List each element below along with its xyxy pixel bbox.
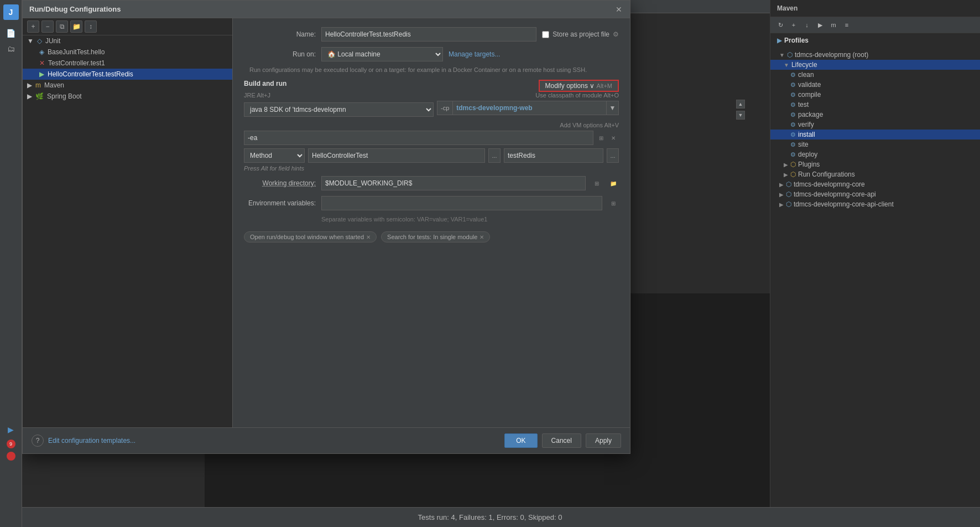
name-input[interactable] bbox=[321, 27, 536, 42]
method-browse-btn[interactable]: ... bbox=[607, 148, 619, 163]
env-vars-expand-btn[interactable]: ⊞ bbox=[608, 198, 619, 209]
maven-plugins-node[interactable]: ▶ ⬡ Plugins bbox=[770, 159, 980, 169]
maven-clean[interactable]: ⚙ clean bbox=[770, 70, 980, 80]
vm-close-btn[interactable]: ✕ bbox=[608, 132, 619, 143]
run-on-select[interactable]: 🏠 Local machine bbox=[321, 47, 443, 61]
help-button[interactable]: ? bbox=[32, 435, 44, 447]
method-name-input[interactable] bbox=[504, 148, 603, 163]
tag-search-for-tests-close[interactable]: ✕ bbox=[479, 234, 484, 240]
maven-site[interactable]: ⚙ site bbox=[770, 140, 980, 149]
vm-expand-btn[interactable]: ⊞ bbox=[596, 132, 607, 143]
maven-core-api-node[interactable]: ▶ ⬡ tdmcs-developmng-core-api bbox=[770, 189, 980, 199]
maven-validate[interactable]: ⚙ validate bbox=[770, 80, 980, 90]
run-button[interactable]: ▶ bbox=[4, 423, 18, 436]
tag-search-for-tests: Search for tests: In single module ✕ bbox=[381, 231, 490, 242]
sidebar-file-btn[interactable]: 📄 bbox=[4, 27, 18, 40]
tag-open-run-debug-close[interactable]: ✕ bbox=[366, 234, 371, 240]
dialog-springboot-group[interactable]: ▶ 🌿 Spring Boot bbox=[23, 91, 232, 102]
modify-options-button[interactable]: Modify options ∨ Alt+M bbox=[539, 80, 619, 92]
status-bar-text: Tests run: 4, Failures: 1, Errors: 0, Sk… bbox=[418, 513, 562, 521]
apply-button[interactable]: Apply bbox=[586, 433, 621, 448]
tag-open-run-debug-label: Open run/debug tool window when started bbox=[250, 234, 364, 240]
scroll-up-btn[interactable]: ▲ bbox=[736, 100, 745, 108]
maven-skip-btn[interactable]: m bbox=[828, 19, 839, 30]
maven-download-btn[interactable]: ↓ bbox=[801, 19, 812, 30]
modify-options-shortcut: Alt+M bbox=[597, 82, 612, 89]
working-dir-browse-btn[interactable]: 📁 bbox=[608, 178, 619, 189]
basejunit-label: BaseJunitTest.hello bbox=[48, 48, 105, 56]
sidebar-folder-btn[interactable]: 🗂 bbox=[4, 42, 18, 55]
cancel-button[interactable]: Cancel bbox=[542, 433, 581, 448]
store-as-project-file-checkbox[interactable] bbox=[542, 31, 549, 38]
springboot-icon: 🌿 bbox=[35, 92, 44, 100]
maven-install[interactable]: ⚙ install bbox=[770, 130, 980, 140]
run-configurations-label: Run Configurations bbox=[798, 170, 855, 178]
maven-run-configs-node[interactable]: ▶ ⬡ Run Configurations bbox=[770, 169, 980, 179]
working-dir-macro-btn[interactable]: ⊞ bbox=[591, 178, 602, 189]
maven-lifecycle-node[interactable]: ▼ Lifecycle bbox=[770, 60, 980, 70]
dialog-basejunit-item[interactable]: ◈ BaseJunitTest.hello bbox=[23, 46, 232, 58]
scroll-down-btn[interactable]: ▼ bbox=[736, 111, 745, 120]
dialog-tree-folder-btn[interactable]: 📁 bbox=[70, 20, 82, 33]
profiles-expand-icon[interactable]: ▶ bbox=[777, 37, 782, 44]
maven-compile[interactable]: ⚙ compile bbox=[770, 90, 980, 100]
gear-icon-validate: ⚙ bbox=[790, 81, 796, 89]
dialog-tree-copy-btn[interactable]: ⧉ bbox=[56, 20, 68, 33]
add-vm-hint: Add VM options Alt+V bbox=[244, 122, 619, 128]
run-on-info-text: Run configurations may be executed local… bbox=[249, 66, 619, 74]
maven-run-btn[interactable]: ▶ bbox=[815, 19, 826, 30]
vm-options-input[interactable] bbox=[244, 131, 593, 145]
maven-refresh-btn[interactable]: ↻ bbox=[775, 19, 786, 30]
maven-root-node[interactable]: ▼ ⬡ tdmcs-developmng (root) bbox=[770, 50, 980, 60]
cp-row: -cp tdmcs-developmng-web ▼ bbox=[437, 101, 619, 115]
error-badge-2 bbox=[7, 452, 15, 461]
hellocontroller-icon: ▶ bbox=[39, 70, 44, 78]
maven-core-api-icon: ⬡ bbox=[786, 190, 791, 198]
hellocontroller-label: HelloControllerTest.testRedis bbox=[48, 70, 133, 78]
gear-icon-package: ⚙ bbox=[790, 111, 796, 118]
sdk-select[interactable]: java 8 SDK of 'tdmcs-developmn bbox=[244, 102, 434, 117]
maven-group-icon: m bbox=[35, 81, 41, 89]
maven-root-label: tdmcs-developmng (root) bbox=[795, 51, 868, 59]
maven-deploy-label: deploy bbox=[798, 151, 817, 158]
dialog-titlebar: Run/Debug Configurations ✕ bbox=[23, 1, 630, 18]
manage-targets-link[interactable]: Manage targets... bbox=[449, 50, 500, 58]
class-browse-btn[interactable]: ... bbox=[488, 148, 501, 163]
maven-deploy[interactable]: ⚙ deploy bbox=[770, 149, 980, 159]
ok-button[interactable]: OK bbox=[504, 433, 537, 448]
maven-verify[interactable]: ⚙ verify bbox=[770, 120, 980, 130]
env-vars-input[interactable] bbox=[321, 196, 602, 210]
cp-label: -cp bbox=[437, 101, 452, 115]
maven-test[interactable]: ⚙ test bbox=[770, 100, 980, 110]
dialog-maven-group[interactable]: ▶ m Maven bbox=[23, 80, 232, 91]
gear-icon-site: ⚙ bbox=[790, 141, 796, 148]
tag-search-for-tests-label: Search for tests: In single module bbox=[387, 234, 477, 240]
maven-core-api-client-node[interactable]: ▶ ⬡ tdmcs-developmng-core-api-client bbox=[770, 199, 980, 209]
gear-icon-test: ⚙ bbox=[790, 101, 796, 108]
class-name-input[interactable] bbox=[308, 148, 485, 163]
method-row: Method ... ... bbox=[244, 148, 619, 163]
maven-core-node[interactable]: ▶ ⬡ tdmcs-developmng-core bbox=[770, 179, 980, 189]
tags-row: Open run/debug tool window when started … bbox=[244, 231, 619, 242]
dialog-close-button[interactable]: ✕ bbox=[614, 5, 623, 14]
maven-package[interactable]: ⚙ package bbox=[770, 110, 980, 120]
store-as-project-file-row: Store as project file ⚙ bbox=[542, 30, 619, 38]
method-type-select[interactable]: Method bbox=[244, 148, 305, 163]
working-dir-row: Working directory: ⊞ 📁 bbox=[244, 176, 619, 190]
dialog-tree-add-btn[interactable]: + bbox=[27, 20, 39, 33]
dialog-hellocontroller-item[interactable]: ▶ HelloControllerTest.testRedis bbox=[23, 69, 232, 80]
dialog-junit-group[interactable]: ▼ ◇ JUnit bbox=[23, 35, 232, 46]
dialog-tree-sort-btn[interactable]: ↕ bbox=[85, 20, 97, 33]
edit-templates-link[interactable]: Edit configuration templates... bbox=[48, 437, 135, 445]
maven-settings-btn[interactable]: ≡ bbox=[841, 19, 852, 30]
maven-site-label: site bbox=[798, 141, 809, 148]
dialog-tree-panel: + − ⧉ 📁 ↕ ▼ ◇ JUnit ◈ BaseJunitTest.hell… bbox=[23, 18, 233, 427]
maven-add-btn[interactable]: + bbox=[788, 19, 799, 30]
sdk-row: java 8 SDK of 'tdmcs-developmn -cp tdmcs… bbox=[244, 101, 619, 118]
junit-icon: ◇ bbox=[37, 37, 42, 45]
working-dir-input[interactable] bbox=[321, 176, 586, 190]
cp-dropdown-btn[interactable]: ▼ bbox=[607, 101, 619, 115]
dialog-tree-remove-btn[interactable]: − bbox=[41, 20, 54, 33]
dialog-testcontroller-item[interactable]: ✕ TestController.test1 bbox=[23, 58, 232, 69]
maven-panel: Maven ↻ + ↓ ▶ m ≡ ▶ Profiles ▼ ⬡ tdmcs-d… bbox=[770, 0, 980, 527]
